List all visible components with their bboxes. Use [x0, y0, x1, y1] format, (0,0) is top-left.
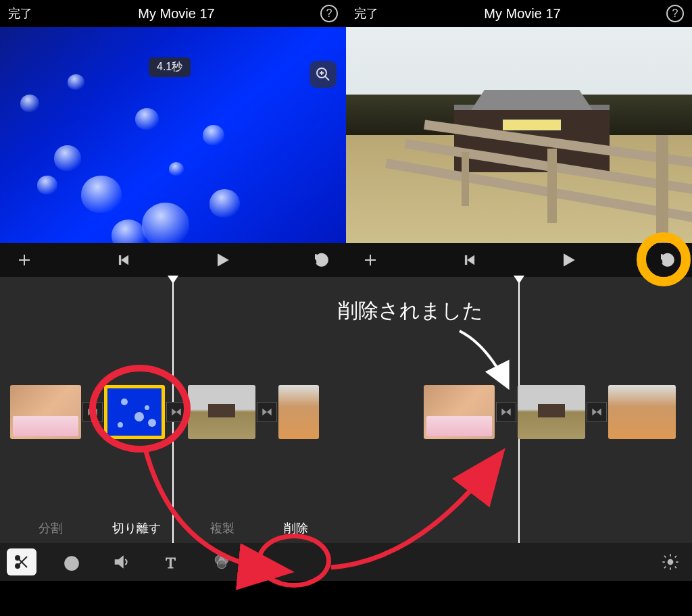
svg-marker-13	[262, 409, 267, 416]
split-action[interactable]: 分割	[39, 520, 63, 536]
done-button[interactable]: 完了	[354, 5, 378, 22]
scissors-tool[interactable]	[7, 548, 36, 575]
svg-rect-7	[119, 255, 121, 264]
transport-bar	[0, 243, 346, 277]
preview-area: 4.1秒	[0, 27, 346, 243]
timeline[interactable]: 分割 切り離す 複製 削除 T	[0, 277, 346, 581]
filters-tool[interactable]	[207, 548, 237, 575]
svg-marker-12	[176, 409, 181, 416]
svg-marker-11	[172, 409, 176, 416]
svg-marker-32	[506, 409, 511, 416]
top-bar: 完了 My Movie 17 ?	[346, 0, 692, 27]
help-icon[interactable]: ?	[320, 5, 338, 22]
svg-point-25	[218, 560, 226, 569]
preview-area	[346, 27, 692, 243]
clip-thumbnail[interactable]	[608, 385, 676, 439]
transition-icon[interactable]	[82, 402, 103, 422]
clip-thumbnail-selected[interactable]	[104, 385, 165, 439]
speed-tool[interactable]	[57, 548, 86, 575]
svg-marker-30	[564, 254, 574, 265]
svg-marker-14	[267, 409, 272, 416]
duplicate-action[interactable]: 複製	[210, 520, 234, 536]
zoom-button[interactable]	[310, 61, 337, 88]
svg-marker-10	[93, 409, 97, 416]
undo-button[interactable]	[656, 251, 680, 269]
svg-line-1	[325, 76, 329, 80]
titles-tool[interactable]: T	[157, 548, 187, 575]
clip-thumbnail[interactable]	[10, 385, 81, 439]
transport-bar	[346, 243, 692, 277]
svg-marker-8	[218, 254, 228, 265]
svg-point-35	[668, 560, 673, 565]
project-title: My Movie 17	[138, 6, 214, 22]
detach-action[interactable]: 切り離す	[112, 520, 161, 536]
svg-marker-28	[467, 255, 474, 264]
transition-icon[interactable]	[587, 402, 607, 422]
svg-marker-6	[121, 255, 128, 264]
add-media-button[interactable]	[12, 252, 36, 268]
settings-gear-icon[interactable]	[656, 548, 685, 575]
svg-point-15	[16, 556, 20, 560]
annotation-text-deleted: 削除されました	[338, 297, 483, 325]
bottom-toolbar	[346, 543, 692, 581]
svg-point-19	[65, 557, 78, 570]
clips-row	[346, 382, 692, 442]
clip-thumbnail[interactable]	[424, 385, 495, 439]
clip-duration-badge: 4.1秒	[149, 57, 191, 77]
svg-point-16	[16, 564, 20, 568]
done-button[interactable]: 完了	[8, 5, 32, 22]
svg-marker-31	[501, 409, 506, 416]
svg-text:T: T	[166, 554, 176, 571]
clips-row	[0, 382, 346, 442]
undo-button[interactable]	[310, 251, 334, 269]
svg-marker-21	[115, 556, 123, 567]
clip-thumbnail[interactable]	[188, 385, 255, 439]
svg-marker-9	[88, 409, 93, 416]
skip-back-button[interactable]	[458, 253, 482, 267]
edit-actions-row: 分割 切り離す 複製 削除	[0, 513, 346, 543]
bottom-toolbar: T	[0, 543, 346, 581]
skip-back-button[interactable]	[112, 253, 136, 267]
clip-thumbnail[interactable]	[518, 385, 585, 439]
play-button[interactable]	[556, 251, 580, 269]
svg-marker-34	[597, 409, 601, 416]
screenshot-before: 完了 My Movie 17 ? 4.1秒	[0, 0, 346, 616]
top-bar: 完了 My Movie 17 ?	[0, 0, 346, 27]
add-media-button[interactable]	[358, 252, 382, 268]
transition-icon[interactable]	[166, 402, 187, 422]
svg-rect-29	[465, 255, 467, 264]
transition-icon[interactable]	[496, 402, 516, 422]
play-button[interactable]	[210, 251, 234, 269]
help-icon[interactable]: ?	[666, 5, 684, 22]
transition-icon[interactable]	[257, 402, 277, 422]
preview-image-park	[346, 27, 692, 243]
svg-marker-33	[592, 409, 597, 416]
clip-thumbnail[interactable]	[278, 385, 319, 439]
project-title: My Movie 17	[484, 6, 560, 22]
volume-tool[interactable]	[107, 548, 137, 575]
delete-action[interactable]: 削除	[284, 520, 308, 536]
